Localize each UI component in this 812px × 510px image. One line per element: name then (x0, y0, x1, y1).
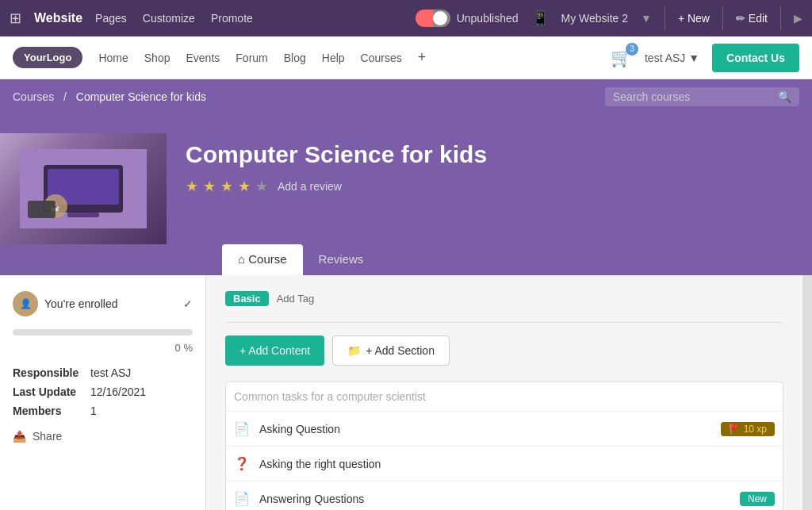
new-button[interactable]: + New (678, 12, 710, 25)
breadcrumb-parent[interactable]: Courses (13, 90, 54, 103)
nav-blog[interactable]: Blog (284, 52, 306, 64)
thumbnail-svg: ☕ (20, 149, 147, 228)
search-wrap: 🔍 (605, 87, 799, 106)
enrolled-row: 👤 You're enrolled ✓ (13, 291, 193, 316)
course-title: Computer Science for kids (186, 141, 487, 168)
admin-nav-links: Pages Customize Promote (95, 12, 253, 25)
site-logo[interactable]: YourLogo (13, 47, 82, 68)
members-value: 1 (90, 405, 97, 417)
star-1: ★ (186, 178, 198, 195)
enrolled-checkmark: ✓ (183, 297, 193, 310)
grid-icon[interactable]: ⊞ (10, 10, 21, 27)
content-area: 👤 You're enrolled ✓ 0 % Responsible test… (0, 275, 812, 510)
breadcrumb: Courses / Computer Science for kids (13, 90, 206, 103)
site-nav-items: Home Shop Events Forum Blog Help Courses… (98, 49, 426, 66)
lesson-name: Asking the right question (259, 458, 775, 470)
progress-pct: 0 % (13, 342, 193, 354)
admin-nav-promote[interactable]: Promote (211, 12, 253, 25)
contact-button[interactable]: Contact Us (712, 44, 799, 72)
content-divider (225, 322, 783, 323)
nav-help[interactable]: Help (322, 52, 345, 64)
add-section-label: + Add Section (366, 344, 435, 357)
svg-rect-3 (67, 213, 99, 217)
star-2: ★ (203, 178, 216, 195)
admin-more-icon[interactable]: ▶ (794, 12, 802, 25)
nav-courses[interactable]: Courses (361, 52, 402, 64)
breadcrumb-separator: / (63, 90, 67, 103)
stars-row: ★ ★ ★ ★ ★ Add a review (186, 178, 487, 195)
admin-nav-pages[interactable]: Pages (95, 12, 127, 25)
publish-toggle-wrap: Unpublished (416, 10, 519, 27)
lesson-row[interactable]: 📄 Answering Questions New (226, 481, 783, 510)
admin-nav-customize[interactable]: Customize (143, 12, 195, 25)
publish-toggle[interactable] (416, 10, 450, 27)
last-update-value: 12/16/2021 (90, 385, 146, 398)
search-input[interactable] (613, 90, 772, 103)
course-tabs: ⌂ Course Reviews (0, 244, 812, 275)
add-section-folder-icon: 📁 (347, 344, 361, 357)
star-3: ★ (220, 178, 233, 195)
user-menu[interactable]: test ASJ ▼ (645, 52, 699, 64)
lesson-row[interactable]: ❓ Asking the right question (226, 447, 783, 481)
action-buttons: + Add Content 📁 + Add Section (225, 336, 783, 366)
cart-badge: 3 (626, 43, 638, 56)
star-4: ★ (238, 178, 251, 195)
add-review-link[interactable]: Add a review (278, 180, 342, 193)
meta-responsible: Responsible test ASJ (13, 366, 193, 379)
lesson-name: Asking Question (259, 423, 721, 435)
star-5: ★ (255, 178, 268, 195)
site-name: Website (34, 11, 82, 25)
website-selector[interactable]: My Website 2 (561, 12, 629, 25)
meta-members: Members 1 (13, 405, 193, 417)
responsible-label: Responsible (13, 366, 84, 379)
add-content-button[interactable]: + Add Content (225, 336, 324, 366)
tag-basic: Basic (225, 291, 269, 306)
course-thumbnail: ☕ (0, 133, 167, 244)
lesson-name: Answering Questions (259, 493, 740, 505)
xp-badge: 🚩 10 xp (721, 422, 775, 436)
scrollbar[interactable] (802, 275, 812, 510)
question-icon: ❓ (234, 456, 250, 471)
search-icon[interactable]: 🔍 (778, 90, 791, 103)
nav-home[interactable]: Home (98, 52, 128, 64)
svg-rect-6 (28, 201, 56, 218)
share-icon: 📤 (13, 430, 26, 443)
add-tag-link[interactable]: Add Tag (277, 293, 314, 305)
new-badge: New (740, 492, 775, 506)
course-hero: ☕ Computer Science for kids ★ ★ ★ ★ ★ Ad… (0, 114, 812, 244)
tab-course-label: Course (248, 252, 286, 266)
section-description: Common tasks for a computer scientist (226, 382, 783, 412)
course-section: Common tasks for a computer scientist 📄 … (225, 382, 783, 510)
lesson-row[interactable]: 📄 Asking Question 🚩 10 xp (226, 412, 783, 447)
unpublished-label: Unpublished (457, 12, 519, 25)
tab-reviews[interactable]: Reviews (303, 244, 380, 275)
last-update-label: Last Update (13, 385, 84, 398)
add-nav-icon[interactable]: + (418, 49, 427, 66)
sidebar: 👤 You're enrolled ✓ 0 % Responsible test… (0, 275, 206, 510)
admin-bar: ⊞ Website Pages Customize Promote Unpubl… (0, 0, 812, 36)
tags-row: Basic Add Tag (225, 291, 783, 306)
breadcrumb-current: Computer Science for kids (76, 90, 206, 103)
nav-events[interactable]: Events (186, 52, 220, 64)
tab-course[interactable]: ⌂ Course (222, 244, 303, 275)
lesson-doc-icon: 📄 (234, 421, 250, 436)
lesson-doc-icon: 📄 (234, 491, 250, 506)
site-nav: YourLogo Home Shop Events Forum Blog Hel… (0, 36, 812, 79)
members-label: Members (13, 405, 84, 417)
main-content: Basic Add Tag + Add Content 📁 + Add Sect… (206, 275, 802, 510)
breadcrumb-bar: Courses / Computer Science for kids 🔍 (0, 79, 812, 114)
add-section-button[interactable]: 📁 + Add Section (332, 336, 450, 366)
tab-course-icon: ⌂ (238, 252, 245, 266)
tab-reviews-label: Reviews (319, 252, 364, 266)
meta-last-update: Last Update 12/16/2021 (13, 385, 193, 398)
avatar: 👤 (13, 291, 38, 316)
nav-shop[interactable]: Shop (144, 52, 170, 64)
nav-forum[interactable]: Forum (236, 52, 267, 64)
mobile-icon[interactable]: 📱 (531, 10, 549, 27)
course-info: Computer Science for kids ★ ★ ★ ★ ★ Add … (167, 133, 506, 203)
responsible-value: test ASJ (90, 366, 131, 379)
share-button[interactable]: 📤 Share (13, 430, 193, 443)
edit-button[interactable]: ✏ Edit (736, 12, 768, 25)
cart-button[interactable]: 🛒 3 (611, 48, 632, 68)
progress-bar-wrap (13, 329, 193, 336)
